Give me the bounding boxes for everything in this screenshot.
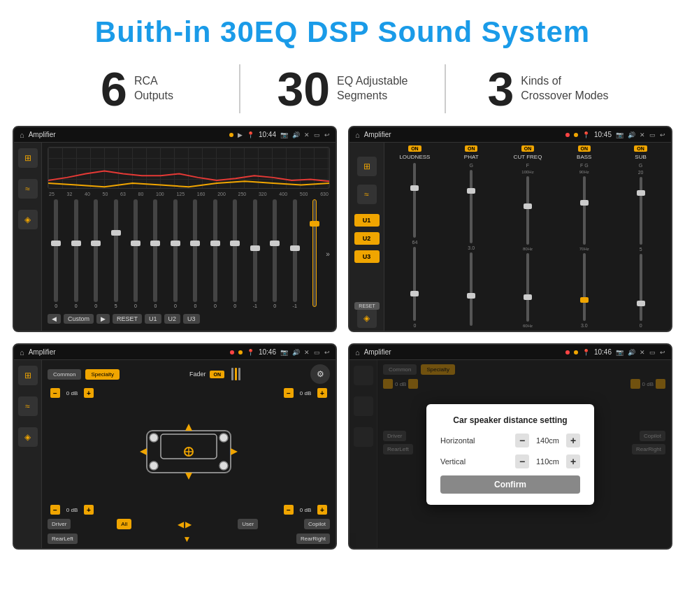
fader-icon-2[interactable]: ≈ <box>18 396 38 416</box>
eq-icon-3[interactable]: ◈ <box>18 210 38 229</box>
fader-rearright-btn[interactable]: RearRight <box>296 533 330 544</box>
status-bar-3: Amplifier 📍 10:46 📷 🔊 ✕ ▭ ↩ <box>14 345 336 360</box>
status-back-2[interactable]: ↩ <box>660 131 665 138</box>
db-plus-tl[interactable]: + <box>84 388 94 398</box>
fader-copilot-btn[interactable]: Copilot <box>304 519 330 529</box>
db-controls-top: − 0 dB + − 0 dB + <box>48 388 330 398</box>
eq-slider-10[interactable]: 0 <box>226 199 243 308</box>
eq-icon-1[interactable]: ⊞ <box>18 148 38 168</box>
svg-point-7 <box>219 434 228 442</box>
svg-marker-3 <box>185 473 192 480</box>
eq-slider-3[interactable]: 0 <box>87 199 104 308</box>
eq-play-btn[interactable]: ▶ <box>96 314 110 324</box>
eq-slider-11[interactable]: -1 <box>247 199 264 308</box>
db-minus-br[interactable]: − <box>284 505 294 515</box>
bass-name: BASS <box>577 154 591 160</box>
fader-left-icons: ⊞ ≈ ◈ <box>14 360 42 548</box>
eq-screen-card: Amplifier ▶ 📍 10:44 📷 🔊 ✕ ▭ ↩ ⊞ ≈ ◈ <box>13 126 337 332</box>
crossover-left-panel: ⊞ ≈ U1 U2 U3 ◈ RESET <box>349 143 384 331</box>
db-minus-tl[interactable]: − <box>50 388 60 398</box>
cross-icon-2[interactable]: ≈ <box>357 185 377 204</box>
phat-on-badge[interactable]: ON <box>465 145 478 152</box>
eq-u1-btn[interactable]: U1 <box>145 314 161 324</box>
fader-content: ⊞ ≈ ◈ Common Specialty Fader ON ⚙ <box>14 360 336 548</box>
fader-all-btn[interactable]: All <box>117 519 131 529</box>
cross-icon-3[interactable]: ◈ <box>357 308 377 328</box>
home-icon-3[interactable] <box>20 348 24 357</box>
sub-on-badge[interactable]: ON <box>634 145 647 152</box>
eq-slider-12[interactable]: 0 <box>266 199 283 308</box>
eq-slider-2[interactable]: 0 <box>67 199 84 308</box>
screens-grid: Amplifier ▶ 📍 10:44 📷 🔊 ✕ ▭ ↩ ⊞ ≈ ◈ <box>0 126 685 557</box>
db-control-br: − 0 dB + <box>284 505 327 515</box>
dialog-vertical-row: Vertical − 110cm + <box>440 454 580 468</box>
fader-top-row: Common Specialty Fader ON ⚙ <box>48 364 330 384</box>
eq-left-icons: ⊞ ≈ ◈ <box>14 143 42 331</box>
home-icon-2[interactable] <box>355 131 360 139</box>
eq-prev-btn[interactable]: ◀ <box>48 314 61 324</box>
cutfreq-on-badge[interactable]: ON <box>521 145 535 152</box>
dialog-vertical-plus[interactable]: + <box>566 454 580 468</box>
eq-icon-2[interactable]: ≈ <box>18 179 38 199</box>
eq-slider-5[interactable]: 0 <box>127 199 144 308</box>
fader-tab-common[interactable]: Common <box>48 369 81 380</box>
dialog-horizontal-minus[interactable]: − <box>515 434 529 447</box>
cross-reset-btn[interactable]: RESET <box>354 302 380 310</box>
eq-slider-14[interactable] <box>306 199 323 308</box>
fader-sliders-mini <box>231 368 240 380</box>
dialog-title: Car speaker distance setting <box>440 415 580 425</box>
home-icon-4[interactable] <box>355 348 360 357</box>
fader-tab-specialty[interactable]: Specialty <box>85 369 119 380</box>
cross-icon-1[interactable]: ⊞ <box>357 157 377 176</box>
dialog-horizontal-plus[interactable]: + <box>566 434 580 447</box>
cross-u2-btn[interactable]: U2 <box>354 232 380 245</box>
status-back-1[interactable]: ↩ <box>324 131 330 138</box>
fader-down-arrow[interactable]: ▼ <box>182 534 191 544</box>
stat-eq-number: 30 <box>277 65 330 113</box>
db-plus-br[interactable]: + <box>317 505 327 515</box>
fader-right-arrow[interactable]: ▶ <box>185 520 192 529</box>
status-win-3: ▭ <box>314 349 320 356</box>
bass-on-badge[interactable]: ON <box>578 145 591 152</box>
eq-slider-6[interactable]: 0 <box>147 199 164 308</box>
cross-u3-btn[interactable]: U3 <box>354 250 380 263</box>
fader-driver-btn[interactable]: Driver <box>48 519 71 529</box>
fader-user-btn[interactable]: User <box>238 519 258 529</box>
db-minus-tr[interactable]: − <box>284 388 294 398</box>
dialog-vertical-minus[interactable]: − <box>515 454 529 468</box>
fader-icon-3[interactable]: ◈ <box>18 427 38 447</box>
db-minus-bl[interactable]: − <box>50 505 60 515</box>
loudness-on-badge[interactable]: ON <box>408 145 421 152</box>
eq-slider-7[interactable]: 0 <box>167 199 184 308</box>
eq-slider-1[interactable]: 0 <box>48 199 64 308</box>
status-back-3[interactable]: ↩ <box>324 349 330 356</box>
stat-crossover-number: 3 <box>487 65 514 113</box>
db-value-tl: 0 dB <box>62 390 82 396</box>
svg-point-9 <box>219 461 228 470</box>
eq-slider-13[interactable]: -1 <box>286 199 303 308</box>
eq-u3-btn[interactable]: U3 <box>183 314 200 324</box>
eq-slider-4[interactable]: 5 <box>107 199 124 308</box>
fader-on-toggle[interactable]: ON <box>210 371 224 378</box>
eq-slider-8[interactable]: 0 <box>187 199 203 308</box>
db-plus-bl[interactable]: + <box>84 505 94 515</box>
fader-left-arrow[interactable]: ◀ <box>178 520 184 529</box>
status-title-3: Amplifier <box>29 348 226 356</box>
cross-u1-btn[interactable]: U1 <box>354 214 380 227</box>
dialog-vertical-control: − 110cm + <box>515 454 580 468</box>
eq-sliders: 0 0 0 5 0 0 0 0 0 0 -1 0 -1 » <box>48 199 330 308</box>
status-pin-1: 📍 <box>247 131 254 138</box>
eq-reset-btn[interactable]: RESET <box>113 314 142 324</box>
sub-name: SUB <box>635 154 646 160</box>
fader-rearleft-btn[interactable]: RearLeft <box>48 533 78 544</box>
fader-settings-btn[interactable]: ⚙ <box>310 364 330 384</box>
fader-icon-1[interactable]: ⊞ <box>18 366 38 385</box>
status-back-4[interactable]: ↩ <box>660 349 665 356</box>
status-pin-2: 📍 <box>582 131 590 138</box>
eq-u2-btn[interactable]: U2 <box>164 314 181 324</box>
dialog-screen-card: Amplifier 📍 10:46 📷 🔊 ✕ ▭ ↩ Common Spec <box>348 343 672 550</box>
eq-slider-9[interactable]: 0 <box>207 199 224 308</box>
confirm-button[interactable]: Confirm <box>440 475 580 494</box>
home-icon-1[interactable] <box>20 131 24 139</box>
db-plus-tr[interactable]: + <box>317 388 327 398</box>
